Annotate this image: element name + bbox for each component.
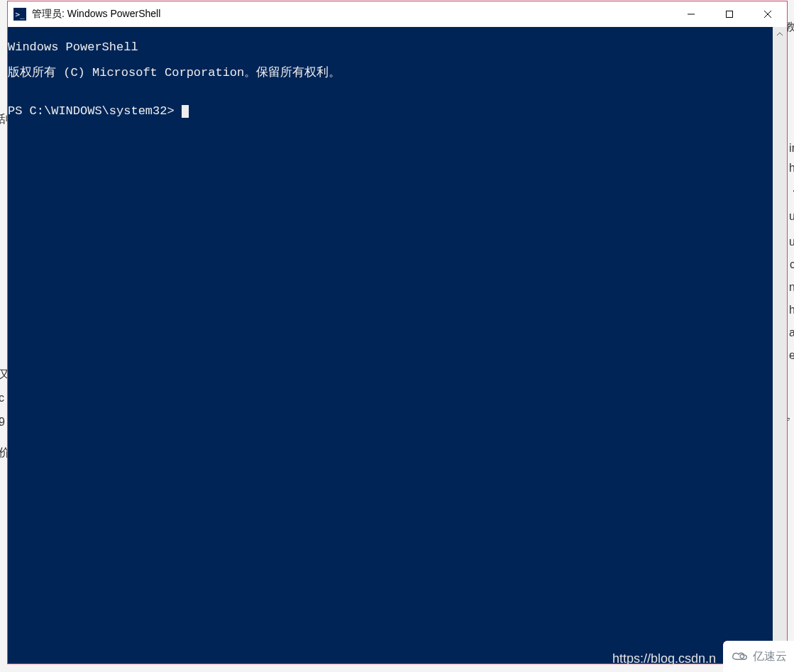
- powershell-icon: >_: [13, 8, 26, 21]
- bg-fragment: a: [789, 326, 794, 339]
- bg-fragment: c: [790, 258, 794, 271]
- bg-fragment: n: [789, 281, 794, 294]
- text-cursor: [182, 105, 189, 118]
- bg-fragment: u: [789, 236, 794, 248]
- bg-fragment: ir: [789, 142, 794, 155]
- console-prompt: PS C:\WINDOWS\system32>: [8, 104, 182, 118]
- scroll-track[interactable]: [773, 41, 787, 649]
- bg-fragment: h: [789, 304, 794, 316]
- watermark-logo: 亿速云: [723, 641, 794, 672]
- console-area: Windows PowerShell 版权所有 (C) Microsoft Co…: [8, 27, 787, 663]
- bg-fragment: c: [0, 392, 4, 404]
- scroll-up-arrow[interactable]: [773, 27, 787, 41]
- bg-fragment: 9: [0, 416, 5, 429]
- close-button[interactable]: [749, 1, 787, 27]
- window-titlebar[interactable]: >_ 管理员: Windows PowerShell: [8, 1, 787, 27]
- svg-rect-1: [727, 11, 733, 18]
- bg-fragment: e: [789, 349, 794, 362]
- console-prompt-line: PS C:\WINDOWS\system32>: [8, 105, 773, 118]
- watermark-url: https://blog.csdn.n: [612, 651, 716, 666]
- console-line: 版权所有 (C) Microsoft Corporation。保留所有权利。: [8, 67, 773, 79]
- window-title: 管理员: Windows PowerShell: [32, 8, 160, 21]
- watermark-logo-text: 亿速云: [753, 649, 787, 664]
- chevron-up-icon: [776, 31, 783, 38]
- powershell-window: >_ 管理员: Windows PowerShell Windows Power…: [7, 1, 788, 664]
- console-output[interactable]: Windows PowerShell 版权所有 (C) Microsoft Co…: [8, 27, 773, 663]
- minimize-button[interactable]: [672, 1, 710, 27]
- bg-fragment: h: [789, 162, 794, 175]
- bg-fragment: u: [789, 210, 794, 223]
- console-line: Windows PowerShell: [8, 41, 773, 54]
- vertical-scrollbar[interactable]: [773, 27, 787, 663]
- maximize-button[interactable]: [710, 1, 749, 27]
- cloud-icon: [730, 649, 750, 663]
